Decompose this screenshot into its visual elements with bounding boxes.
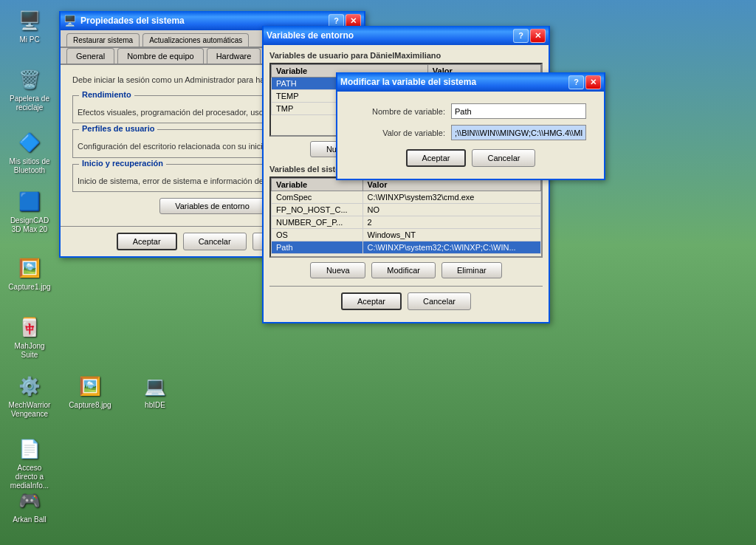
arkanball-label: Arkan Ball: [13, 515, 47, 524]
bluetooth-icon: 🔷: [16, 129, 43, 156]
mechwarrior-icon: ⚙️: [16, 373, 43, 400]
nombre-input[interactable]: [451, 103, 586, 119]
sys-col-variable-header: Variable: [272, 179, 363, 191]
papelera-label: Papelera de reciclaje: [6, 95, 53, 112]
sys-fpnohost-name: FP_NO_HOST_C...: [272, 204, 363, 216]
variables-title-text: Variables de entorno: [267, 30, 513, 41]
mi-pc-icon: 🖥️: [16, 7, 43, 34]
mahjong-icon: 🀄: [16, 314, 43, 340]
sistema-cancel-btn[interactable]: Cancelar: [183, 233, 247, 250]
sys-nueva-btn[interactable]: Nueva: [310, 262, 365, 278]
sys-os-value: Windows_NT: [362, 229, 540, 241]
variables-bottom-buttons: Aceptar Cancelar: [269, 286, 543, 316]
desktop-icon-acceso[interactable]: 📄 Acceso directo a mediaInfo...: [6, 436, 53, 490]
variables-btn[interactable]: Variables de entorno: [159, 198, 265, 214]
desktop-icon-bluetooth[interactable]: 🔷 Mis sitios de Bluetooth: [6, 129, 53, 175]
sys-var-row-numberof[interactable]: NUMBER_OF_P... 2: [272, 216, 541, 229]
window-modificar: Modificar la variable del sistema ? ✕ No…: [336, 72, 605, 180]
variables-close-btn[interactable]: ✕: [530, 29, 546, 43]
system-vars-table: Variable Valor ComSpec C:\WINXP\system32…: [271, 178, 541, 254]
capture1-icon: 🖼️: [16, 255, 43, 281]
sys-var-row-fpnohost[interactable]: FP_NO_HOST_C... NO: [272, 204, 541, 216]
valor-row: Valor de variable:: [346, 125, 595, 140]
modificar-title-text: Modificar la variable del sistema: [340, 77, 568, 87]
sys-comspec-value: C:\WINXP\system32\cmd.exe: [362, 191, 540, 204]
tab-nombre[interactable]: Nombre de equipo: [117, 48, 204, 64]
sys-col-valor-header: Valor: [362, 179, 540, 191]
capture8-icon: 🖼️: [77, 373, 103, 400]
sys-var-row-path[interactable]: Path C:\WINXP\system32;C:\WINXP;C:\WIN..…: [272, 241, 541, 254]
nombre-label: Nombre de variable:: [355, 107, 451, 116]
arkanball-icon: 🎮: [16, 487, 43, 514]
hbide-label: hbIDE: [145, 401, 165, 410]
sys-numberof-value: 2: [362, 216, 540, 229]
titlebar-modificar[interactable]: Modificar la variable del sistema ? ✕: [337, 72, 604, 92]
bluetooth-label: Mis sitios de Bluetooth: [6, 157, 53, 175]
modificar-body: Nombre de variable: Valor de variable: A…: [337, 92, 604, 179]
desktop-icon-capture1[interactable]: 🖼️ Capture1.jpg: [6, 255, 53, 292]
sys-path-name: Path: [272, 241, 363, 254]
acceso-label: Acceso directo a mediaInfo...: [6, 464, 53, 490]
modificar-close-btn[interactable]: ✕: [585, 75, 601, 89]
nombre-row: Nombre de variable:: [346, 103, 595, 119]
sistema-title-text: Propiedades del sistema: [80, 16, 329, 26]
papelera-icon: 🗑️: [16, 66, 43, 93]
valor-label: Valor de variable:: [355, 128, 451, 137]
inicio-title: Inicio y recuperación: [79, 159, 166, 168]
sys-var-row-comspec[interactable]: ComSpec C:\WINXP\system32\cmd.exe: [272, 191, 541, 204]
mi-pc-label: Mi PC: [19, 35, 39, 44]
tab-general[interactable]: General: [66, 48, 114, 64]
desktop-icon-papelera[interactable]: 🗑️ Papelera de reciclaje: [6, 66, 53, 112]
sistema-title-icon: 🖥️: [63, 15, 76, 27]
modificar-bottom-buttons: Aceptar Cancelar: [346, 146, 595, 173]
perfiles-title: Perfiles de usuario: [79, 124, 157, 133]
modificar-help-btn[interactable]: ?: [568, 75, 584, 89]
tab-restaurar[interactable]: Restaurar sistema: [66, 33, 140, 47]
tab-hardware[interactable]: Hardware: [207, 48, 261, 64]
sys-comspec-name: ComSpec: [272, 191, 363, 204]
user-section-label: Variables de usuario para DänielMaximili…: [269, 51, 543, 60]
acceso-icon: 📄: [16, 436, 43, 462]
tab-actualizaciones[interactable]: Actualizaciones automáticas: [142, 33, 249, 47]
titlebar-variables[interactable]: Variables de entorno ? ✕: [264, 26, 549, 45]
mechwarrior-label: MechWarrior Vengeance: [6, 401, 53, 419]
hbide-icon: 💻: [142, 373, 168, 400]
variables-accept-btn[interactable]: Aceptar: [341, 292, 402, 310]
variables-title-buttons: ? ✕: [513, 29, 546, 43]
desktop-icon-mi-pc[interactable]: 🖥️ Mi PC: [6, 7, 53, 44]
sys-var-row-os[interactable]: OS Windows_NT: [272, 229, 541, 241]
designcad-icon: 🟦: [16, 188, 43, 215]
desktop-icon-designcad[interactable]: 🟦 DesignCAD 3D Max 20: [6, 188, 53, 234]
sys-path-value: C:\WINXP\system32;C:\WINXP;C:\WIN...: [362, 241, 540, 254]
rendimiento-title: Rendimiento: [79, 90, 134, 99]
modificar-title-buttons: ? ✕: [568, 75, 601, 89]
variables-cancel-btn[interactable]: Cancelar: [408, 292, 471, 310]
designcad-label: DesignCAD 3D Max 20: [6, 216, 53, 234]
desktop-icon-arkanball[interactable]: 🎮 Arkan Ball: [6, 487, 53, 524]
modificar-cancel-btn[interactable]: Cancelar: [472, 149, 535, 167]
sistema-accept-btn[interactable]: Aceptar: [117, 233, 177, 250]
modificar-accept-btn[interactable]: Aceptar: [406, 149, 467, 167]
desktop: 🖥️ Mi PC 🗑️ Papelera de reciclaje 🔷 Mis …: [0, 0, 756, 545]
desktop-icon-mahjong[interactable]: 🀄 MahJong Suite: [6, 314, 53, 360]
capture1-label: Capture1.jpg: [8, 283, 50, 292]
desktop-icon-capture8[interactable]: 🖼️ Capture8.jpg: [66, 373, 114, 410]
sys-eliminar-btn[interactable]: Eliminar: [441, 262, 502, 278]
valor-input[interactable]: [451, 125, 586, 140]
desktop-icon-hbide[interactable]: 💻 hbIDE: [131, 373, 179, 410]
sys-os-name: OS: [272, 229, 363, 241]
desktop-icon-mechwarrior[interactable]: ⚙️ MechWarrior Vengeance: [6, 373, 53, 419]
sys-numberof-name: NUMBER_OF_P...: [272, 216, 363, 229]
mahjong-label: MahJong Suite: [6, 342, 53, 360]
capture8-label: Capture8.jpg: [69, 401, 111, 410]
variables-help-btn[interactable]: ?: [513, 29, 529, 43]
system-vars-table-container[interactable]: Variable Valor ComSpec C:\WINXP\system32…: [269, 176, 543, 258]
sys-fpnohost-value: NO: [362, 204, 540, 216]
sys-modificar-btn[interactable]: Modificar: [371, 262, 436, 278]
system-buttons-row: Nueva Modificar Eliminar: [269, 262, 543, 278]
